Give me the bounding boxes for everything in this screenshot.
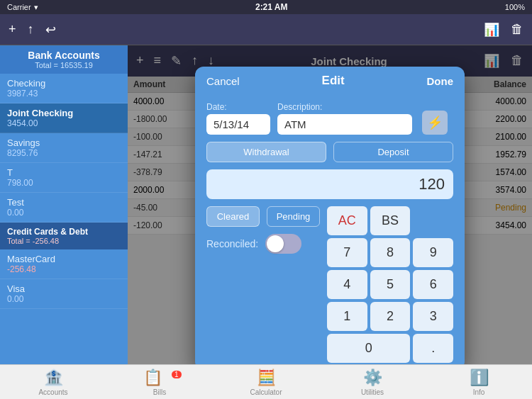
- lightning-button[interactable]: ⚡: [422, 111, 448, 135]
- delete-icon[interactable]: 🗑: [511, 22, 523, 37]
- modal-title: Edit: [322, 74, 345, 88]
- chart-icon[interactable]: 📊: [484, 22, 499, 38]
- status-bar: Carrier ▾ 2:21 AM 100%: [0, 0, 532, 14]
- date-field-group: Date:: [206, 102, 270, 135]
- bank-account-test[interactable]: Test 0.00: [0, 193, 128, 223]
- redo-icon[interactable]: ↩: [45, 22, 56, 38]
- tab-utilities[interactable]: ⚙️ Utilities: [319, 369, 426, 396]
- num6-button[interactable]: 6: [413, 270, 453, 299]
- bank-account-t[interactable]: T 798.00: [0, 163, 128, 193]
- app-container: + ↑ ↩ 📊 🗑 Bank Accounts Total = 16535.19…: [0, 14, 532, 399]
- toolbar-left: + ↑ ↩: [9, 22, 56, 38]
- cancel-button[interactable]: Cancel: [206, 75, 240, 87]
- bank-accounts-title: Bank Accounts: [7, 50, 121, 61]
- bank-account-checking[interactable]: Checking 3987.43: [0, 74, 128, 103]
- calculator-tab-label: Calculator: [250, 388, 282, 396]
- utilities-tab-label: Utilities: [361, 388, 384, 396]
- edit-modal: Cancel Edit Done Date: Description:: [195, 67, 465, 364]
- tab-calculator[interactable]: 🧮 Calculator: [213, 369, 319, 396]
- left-controls: Cleared Pending Reconciled:: [206, 206, 320, 363]
- bank-accounts-total: Total = 16535.19: [7, 61, 121, 69]
- withdrawal-deposit-row: Withdrawal Deposit: [206, 142, 453, 162]
- date-input[interactable]: [206, 114, 270, 135]
- reconciled-toggle[interactable]: [265, 234, 301, 254]
- battery-label: 100%: [505, 3, 525, 11]
- num2-button[interactable]: 2: [370, 302, 411, 331]
- toggle-knob: [267, 235, 284, 252]
- carrier-label: Carrier: [7, 3, 31, 11]
- cleared-pending-row: Cleared Pending: [206, 206, 320, 227]
- credit-section-header: Credit Cards & Debt Total = -256.48: [0, 223, 128, 249]
- decimal-button[interactable]: .: [413, 334, 453, 363]
- num0-button[interactable]: 0: [327, 334, 410, 363]
- pending-button[interactable]: Pending: [267, 206, 320, 227]
- bills-tab-badge: 1: [172, 371, 182, 378]
- done-button[interactable]: Done: [427, 75, 454, 87]
- info-tab-icon: ℹ️: [470, 369, 489, 387]
- credit-account-visa[interactable]: Visa 0.00: [0, 279, 128, 309]
- withdrawal-button[interactable]: Withdrawal: [206, 142, 326, 162]
- accounts-tab-label: Accounts: [38, 388, 67, 396]
- amount-display: 120: [206, 169, 453, 199]
- status-right: 100%: [505, 3, 525, 11]
- deposit-button[interactable]: Deposit: [333, 142, 453, 162]
- modal-header: Cancel Edit Done: [195, 67, 465, 95]
- date-desc-row: Date: Description: ⚡: [206, 102, 453, 135]
- status-numpad-row: Cleared Pending Reconciled:: [206, 206, 453, 363]
- status-left: Carrier ▾: [7, 3, 38, 12]
- status-time: 2:21 AM: [255, 2, 288, 12]
- main-toolbar: + ↑ ↩ 📊 🗑: [0, 14, 532, 45]
- reconciled-label: Reconciled:: [206, 238, 258, 249]
- lightning-icon: ⚡: [427, 115, 443, 130]
- wifi-icon: ▾: [34, 3, 38, 12]
- num9-button[interactable]: 9: [413, 238, 453, 267]
- credit-account-mastercard[interactable]: MasterCard -256.48: [0, 249, 128, 279]
- tab-bar: 🏦 Accounts 📋 1 Bills 🧮 Calculator ⚙️ Uti…: [0, 364, 532, 399]
- numpad: AC BS 7 8 9 4 5 6 1 2: [327, 206, 453, 363]
- modal-body: Date: Description: ⚡: [195, 95, 465, 364]
- num4-button[interactable]: 4: [327, 270, 367, 299]
- description-input[interactable]: [277, 114, 412, 135]
- calculator-tab-icon: 🧮: [257, 369, 276, 387]
- utilities-tab-icon: ⚙️: [363, 369, 382, 387]
- info-tab-label: Info: [473, 388, 485, 396]
- bills-icon-wrapper: 📋 1: [143, 369, 175, 387]
- num8-button[interactable]: 8: [370, 238, 411, 267]
- tab-accounts[interactable]: 🏦 Accounts: [0, 369, 106, 396]
- accounts-panel: Bank Accounts Total = 16535.19 Checking …: [0, 45, 128, 364]
- desc-field-group: Description:: [277, 102, 412, 135]
- toolbar-right: 📊 🗑: [484, 22, 523, 38]
- bank-account-savings[interactable]: Savings 8295.76: [0, 133, 128, 163]
- accounts-header: Bank Accounts Total = 16535.19: [0, 45, 128, 74]
- add-icon[interactable]: +: [9, 22, 16, 37]
- bs-button[interactable]: BS: [370, 206, 411, 235]
- num1-button[interactable]: 1: [327, 302, 367, 331]
- num7-button[interactable]: 7: [327, 238, 367, 267]
- accounts-tab-icon: 🏦: [44, 369, 63, 387]
- description-label: Description:: [277, 102, 412, 112]
- tab-info[interactable]: ℹ️ Info: [426, 369, 532, 396]
- reconciled-row: Reconciled:: [206, 234, 320, 254]
- export-icon[interactable]: ↑: [28, 22, 34, 37]
- ac-button[interactable]: AC: [327, 206, 367, 235]
- content-area: Bank Accounts Total = 16535.19 Checking …: [0, 45, 532, 364]
- transactions-panel: + ≡ ✎ ↑ ↓ Joint Checking 📊 🗑 Amount: [128, 45, 532, 364]
- modal-overlay: Cancel Edit Done Date: Description:: [128, 45, 532, 364]
- num3-button[interactable]: 3: [413, 302, 453, 331]
- bank-account-joint-checking[interactable]: Joint Checking 3454.00: [0, 103, 128, 133]
- cleared-button[interactable]: Cleared: [206, 206, 260, 227]
- num5-button[interactable]: 5: [370, 270, 411, 299]
- bills-tab-label: Bills: [153, 388, 166, 396]
- bills-tab-icon: 📋: [143, 369, 162, 386]
- tab-bills[interactable]: 📋 1 Bills: [106, 369, 213, 396]
- date-label: Date:: [206, 102, 270, 112]
